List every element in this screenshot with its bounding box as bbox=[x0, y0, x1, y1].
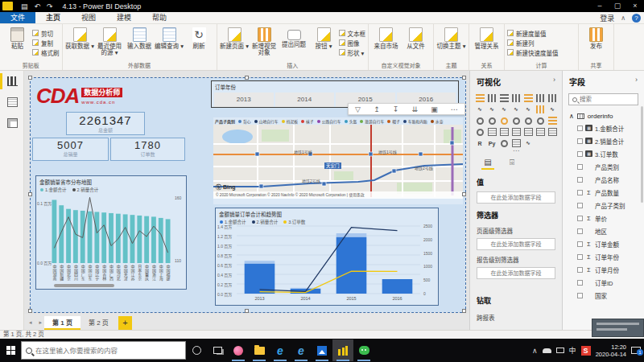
page-tab-2[interactable]: 第 2 页 bbox=[80, 316, 117, 330]
ribbon-button[interactable]: 从文件 bbox=[401, 26, 431, 50]
field-1.金额合计[interactable]: ▦1.金额合计 bbox=[563, 121, 644, 134]
ribbon-button[interactable]: 新建列 bbox=[507, 38, 559, 47]
stacked-area-chart-icon[interactable]: ∿ bbox=[498, 104, 510, 115]
ribbon-button[interactable]: 来自市场 bbox=[371, 26, 401, 50]
shape-map-icon[interactable] bbox=[535, 115, 547, 126]
ime-indicator[interactable]: 中 bbox=[569, 345, 576, 356]
field-产品子类别[interactable]: 产品子类别 bbox=[563, 199, 644, 212]
waterfall-chart-icon[interactable] bbox=[535, 104, 547, 115]
ribbon-button[interactable]: 新建页面 ▾ bbox=[220, 26, 250, 50]
selection-handle[interactable] bbox=[245, 76, 249, 80]
internet-explorer-button[interactable]: e bbox=[291, 339, 312, 361]
collapse-pane-icon[interactable]: › bbox=[553, 76, 555, 88]
map-visual[interactable]: 产品子类别背心山地自行车挡泥板袜子公路自行车头盔旅游自行车帽子车胎和内胎水壶 bbox=[213, 117, 463, 204]
task-view-button[interactable] bbox=[207, 339, 228, 361]
cortana-button[interactable] bbox=[186, 339, 207, 361]
field-2.销量合计[interactable]: ▦2.销量合计 bbox=[563, 134, 644, 147]
selection-handle[interactable] bbox=[28, 309, 32, 313]
field-订单年份[interactable]: Σ订单年份 bbox=[563, 250, 644, 263]
tab-modeling[interactable]: 建模 bbox=[106, 12, 142, 23]
tab-home[interactable]: 主页 bbox=[35, 12, 71, 23]
ribbon-button[interactable]: 按钮 ▾ bbox=[309, 26, 339, 50]
slicer-option-2013[interactable]: 2013 bbox=[214, 93, 274, 107]
field-checkbox[interactable] bbox=[577, 293, 583, 298]
sign-in-button[interactable]: 登录 bbox=[600, 13, 614, 23]
photos-button[interactable] bbox=[312, 339, 332, 361]
field-checkbox[interactable] bbox=[577, 280, 583, 286]
report-filters-drop-zone[interactable]: 在此处添加数据字段 bbox=[477, 267, 555, 279]
field-checkbox[interactable] bbox=[577, 125, 583, 131]
ribbon-button[interactable]: 图像 bbox=[339, 38, 366, 47]
funnel-icon[interactable] bbox=[547, 115, 559, 126]
ribbon-button[interactable]: 最近使用的源 ▾ bbox=[95, 26, 125, 56]
close-button[interactable]: × bbox=[626, 0, 644, 12]
field-订单ID[interactable]: 订单ID bbox=[563, 276, 644, 289]
field-checkbox[interactable] bbox=[577, 228, 583, 234]
100-stacked-bar-chart-icon[interactable] bbox=[522, 93, 535, 104]
field-checkbox[interactable] bbox=[577, 190, 583, 195]
collapse-ribbon-icon[interactable]: ∧ bbox=[621, 14, 625, 22]
filter-icon[interactable]: ▽ bbox=[355, 105, 361, 113]
expand-all-icon[interactable]: ⇊ bbox=[412, 105, 419, 113]
field-产品类别[interactable]: 产品类别 bbox=[563, 160, 644, 173]
minimize-button[interactable]: – bbox=[591, 0, 609, 12]
selection-handle[interactable] bbox=[462, 76, 466, 80]
stacked-column-chart-icon[interactable] bbox=[486, 93, 498, 104]
taskbar-search-box[interactable] bbox=[21, 341, 186, 360]
ribbon-button[interactable]: 切换主题 ▾ bbox=[436, 26, 466, 50]
save-icon[interactable]: ▤ bbox=[21, 2, 28, 10]
arcgis-map-icon[interactable] bbox=[498, 138, 510, 149]
model-view-button[interactable] bbox=[0, 113, 24, 134]
ribbon-button[interactable]: ↻刷新 bbox=[184, 26, 214, 50]
ribbon-button[interactable]: 新建快速度量值 bbox=[507, 47, 559, 57]
map-legend-item[interactable]: 背心 bbox=[238, 118, 251, 124]
pinned-app-button[interactable] bbox=[228, 339, 249, 361]
field-单价[interactable]: Σ单价 bbox=[563, 212, 644, 224]
notification-icon[interactable]: 1 bbox=[631, 347, 641, 354]
stacked-bar-chart-icon[interactable] bbox=[474, 93, 486, 104]
display-icon[interactable] bbox=[556, 348, 564, 353]
ribbon-button[interactable]: 形状 ▾ bbox=[339, 47, 366, 57]
field-产品数量[interactable]: Σ产品数量 bbox=[563, 186, 644, 199]
file-explorer-button[interactable] bbox=[249, 339, 270, 361]
line-and-clustered-column-chart-icon[interactable]: ∿ bbox=[522, 104, 535, 115]
field-checkbox[interactable] bbox=[577, 164, 583, 170]
page-filters-drop-zone[interactable]: 在此处添加数据字段 bbox=[477, 238, 555, 250]
region-combo-chart[interactable]: 金额销量省市分布地图1.金额合计2.销量合计0.1 百万0.0 百万160110… bbox=[35, 175, 187, 290]
data-view-button[interactable] bbox=[0, 92, 24, 113]
values-drop-zone[interactable]: 在此处添加数据字段 bbox=[477, 191, 555, 204]
bing-map[interactable]: 地铁1号线地铁1号线地铁2号线地铁2号线天安门 ⓑ Bing © 2020 Mi… bbox=[213, 125, 463, 199]
ribbon-button[interactable]: 文本框 bbox=[339, 28, 366, 38]
chart-scrollbar[interactable] bbox=[54, 284, 114, 287]
r-script-visual-icon[interactable]: R bbox=[474, 138, 486, 149]
field-订单月份[interactable]: Σ订单月份 bbox=[563, 263, 644, 276]
matrix-icon[interactable] bbox=[547, 126, 559, 138]
power-bi-taskbar-button[interactable] bbox=[332, 339, 353, 361]
drill-up-icon[interactable]: ↥ bbox=[374, 105, 380, 113]
map-legend-item[interactable]: 公路自行车 bbox=[317, 118, 341, 124]
tab-help[interactable]: 帮助 bbox=[142, 12, 177, 23]
multi-row-card-icon[interactable] bbox=[498, 126, 510, 138]
field-地区[interactable]: 地区 bbox=[563, 224, 644, 237]
key-influencers-icon[interactable]: ∿ bbox=[522, 138, 535, 149]
hidden-icons-chevron[interactable]: ∧ bbox=[532, 347, 538, 355]
map-legend-item[interactable]: 帽子 bbox=[387, 118, 400, 124]
collapse-table-icon[interactable]: ∧ bbox=[569, 113, 574, 120]
map-legend-item[interactable]: 袜子 bbox=[301, 118, 314, 124]
sogou-ime-icon[interactable]: S bbox=[581, 346, 591, 356]
drill-down-icon[interactable]: ↧ bbox=[393, 105, 399, 113]
table-orderinfo[interactable]: ∧ orderinfo bbox=[563, 108, 644, 121]
ribbon-button[interactable]: 复制 bbox=[32, 38, 60, 47]
field-checkbox[interactable] bbox=[577, 267, 583, 273]
taskbar-search-input[interactable] bbox=[35, 347, 172, 355]
undo-icon[interactable]: ↶ bbox=[35, 2, 41, 10]
gauge-icon[interactable] bbox=[474, 126, 486, 138]
selection-handle[interactable] bbox=[28, 192, 32, 196]
ribbon-button[interactable]: 获取数据 ▾ bbox=[65, 26, 95, 50]
100-stacked-column-chart-icon[interactable] bbox=[535, 93, 547, 104]
field-checkbox[interactable] bbox=[577, 177, 583, 183]
field-订单金额[interactable]: Σ订单金额 bbox=[563, 237, 644, 250]
map-legend-item[interactable]: 车胎和内胎 bbox=[403, 118, 427, 124]
fields-tab-icon[interactable]: ▤ bbox=[481, 158, 494, 170]
tab-file[interactable]: 文件 bbox=[0, 12, 35, 23]
